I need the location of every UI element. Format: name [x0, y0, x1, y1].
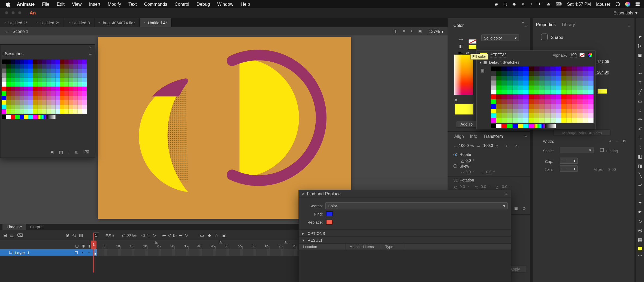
color-swatch[interactable] — [583, 95, 588, 99]
stroke-color-tool-icon[interactable]: ✏ — [459, 37, 463, 43]
color-swatch[interactable] — [561, 66, 566, 71]
menu-item-animate[interactable]: Animate — [13, 1, 38, 6]
color-swatch[interactable] — [29, 73, 33, 78]
color-swatch[interactable] — [64, 73, 69, 78]
color-swatch[interactable] — [73, 96, 78, 100]
color-swatch[interactable] — [577, 104, 583, 108]
color-swatch[interactable] — [73, 69, 78, 73]
insert-blank-keyframe-button[interactable]: ◇ — [215, 233, 218, 238]
color-swatch[interactable] — [82, 96, 86, 100]
result-section-toggle[interactable]: ▾ RESULT — [299, 236, 511, 244]
color-swatch[interactable] — [55, 59, 60, 64]
color-swatch[interactable] — [42, 69, 46, 73]
menu-item-insert[interactable]: Insert — [85, 1, 104, 6]
save-icon[interactable]: ↓ — [68, 150, 70, 154]
color-swatch[interactable] — [507, 109, 512, 113]
color-swatch[interactable] — [2, 105, 6, 109]
dialog-header[interactable]: × Find and Replace ≡ — [299, 190, 511, 198]
color-swatch[interactable] — [561, 104, 566, 108]
color-swatch[interactable] — [534, 113, 539, 118]
color-swatch[interactable] — [550, 90, 556, 95]
color-swatch[interactable] — [512, 109, 518, 113]
color-swatch[interactable] — [6, 91, 10, 96]
color-swatch[interactable] — [64, 78, 69, 82]
color-swatch[interactable] — [518, 124, 523, 128]
color-swatch[interactable] — [78, 105, 82, 109]
color-swatch[interactable] — [518, 66, 523, 71]
color-swatch[interactable] — [501, 90, 507, 95]
center-frame-icon[interactable]: ⌖ — [411, 29, 413, 34]
color-swatch[interactable] — [512, 71, 518, 76]
color-swatch[interactable] — [550, 113, 556, 118]
color-swatch[interactable] — [69, 100, 73, 105]
color-swatch[interactable] — [507, 71, 512, 76]
color-swatch[interactable] — [545, 95, 550, 99]
color-swatch[interactable] — [42, 59, 46, 64]
color-swatch[interactable] — [577, 85, 583, 90]
skew-radio[interactable] — [453, 164, 457, 168]
color-swatch[interactable] — [491, 90, 496, 95]
color-swatch[interactable] — [33, 73, 37, 78]
miter-value[interactable]: 3.00 — [608, 167, 616, 172]
color-swatch[interactable] — [534, 66, 539, 71]
color-swatch[interactable] — [60, 82, 64, 87]
color-swatch[interactable] — [6, 64, 10, 69]
color-swatch[interactable] — [55, 105, 60, 109]
color-swatch[interactable] — [15, 100, 19, 105]
color-swatch[interactable] — [29, 91, 33, 96]
color-swatch[interactable] — [556, 118, 561, 123]
delete-icon[interactable]: ⌫ — [83, 150, 89, 154]
color-swatch[interactable] — [11, 109, 15, 114]
color-swatch[interactable] — [566, 109, 572, 113]
color-swatch[interactable] — [556, 90, 561, 95]
color-swatch[interactable] — [496, 104, 502, 108]
color-swatch[interactable] — [78, 59, 82, 64]
color-swatch[interactable] — [11, 82, 15, 87]
color-swatch[interactable] — [529, 109, 534, 113]
color-swatch[interactable] — [78, 109, 82, 114]
color-swatch[interactable] — [33, 64, 37, 69]
color-swatch[interactable] — [583, 85, 588, 90]
color-swatch[interactable] — [588, 66, 593, 71]
subselection-tool[interactable]: ▷ — [636, 41, 644, 50]
color-swatch[interactable] — [46, 78, 51, 82]
color-swatch[interactable] — [11, 69, 15, 73]
color-swatch[interactable] — [33, 78, 37, 82]
color-swatch[interactable] — [2, 109, 6, 114]
color-swatch[interactable] — [46, 69, 51, 73]
color-swatch[interactable] — [501, 124, 507, 128]
color-swatch[interactable] — [60, 91, 64, 96]
color-swatch[interactable] — [512, 90, 518, 95]
loop-button[interactable]: ↻ — [184, 233, 188, 238]
color-swatch[interactable] — [20, 91, 24, 96]
color-swatch[interactable] — [556, 71, 561, 76]
manage-brushes-button[interactable]: Manage Paint Brushes — [553, 129, 611, 136]
bluetooth-icon[interactable]: ᛒ — [530, 2, 533, 6]
new-layer-button[interactable]: ⊞ — [3, 233, 7, 238]
color-swatch[interactable] — [6, 105, 10, 109]
rotate-radio[interactable] — [453, 153, 457, 156]
color-swatch[interactable] — [496, 124, 502, 128]
color-swatch[interactable] — [82, 59, 86, 64]
color-swatch[interactable] — [55, 73, 60, 78]
color-swatch[interactable] — [501, 71, 507, 76]
spotlight-search-icon[interactable] — [616, 2, 620, 6]
hand-tool[interactable]: ☛ — [636, 208, 644, 217]
color-swatch[interactable] — [588, 99, 593, 104]
color-swatch[interactable] — [556, 99, 561, 104]
color-swatch[interactable] — [46, 82, 51, 87]
link-scale-icon[interactable]: ∞ — [477, 144, 480, 148]
asset-warp-tool[interactable]: ✦ — [636, 198, 644, 208]
color-swatch[interactable] — [545, 99, 550, 104]
color-swatch[interactable] — [37, 96, 42, 100]
layer-item[interactable]: ❏ Layer_1 • • — [0, 249, 93, 256]
color-swatch[interactable] — [491, 99, 496, 104]
color-swatch[interactable] — [572, 104, 577, 108]
color-swatch[interactable] — [534, 85, 539, 90]
color-swatch[interactable] — [2, 96, 6, 100]
color-swatch[interactable] — [29, 87, 33, 91]
color-swatch[interactable] — [561, 90, 566, 95]
color-swatch[interactable] — [507, 113, 512, 118]
color-swatch[interactable] — [518, 76, 523, 80]
color-swatch[interactable] — [523, 104, 529, 108]
